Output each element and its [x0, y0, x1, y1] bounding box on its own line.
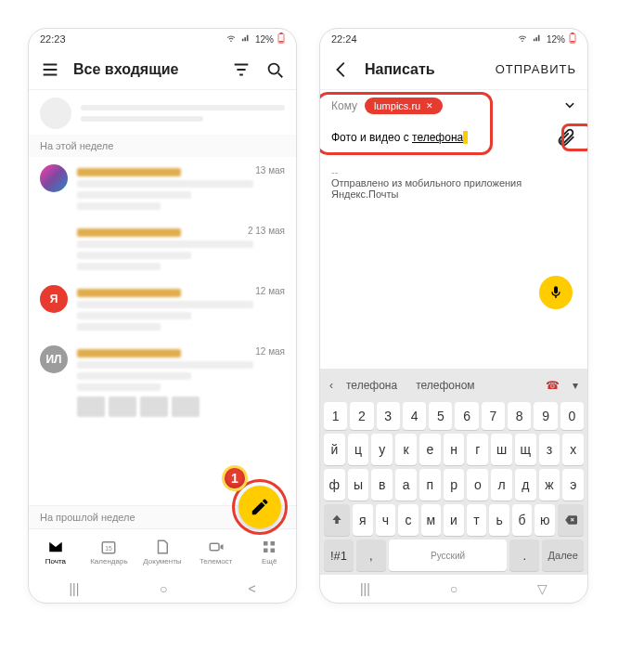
story-row[interactable]: [29, 90, 296, 135]
key-у[interactable]: у: [371, 434, 393, 465]
key-э[interactable]: э: [562, 469, 584, 500]
key-ж[interactable]: ж: [539, 469, 560, 500]
key-ц[interactable]: ц: [348, 434, 369, 465]
attach-button[interactable]: [556, 127, 576, 148]
search-icon[interactable]: [264, 59, 285, 80]
key-б[interactable]: б: [512, 504, 533, 536]
hamburger-icon[interactable]: [40, 59, 60, 80]
shift-key[interactable]: [324, 504, 350, 536]
nav-home-icon[interactable]: ○: [450, 581, 457, 596]
mail-row[interactable]: ИЛ12 мая: [29, 338, 296, 424]
key-х[interactable]: х: [562, 434, 584, 465]
key-и[interactable]: и: [444, 504, 464, 536]
nav-back-icon[interactable]: <: [248, 581, 255, 596]
subject-row[interactable]: Фото и видео с телефона: [331, 122, 576, 157]
mail-avatar: Я: [40, 285, 68, 313]
key-т[interactable]: т: [467, 504, 487, 536]
key-7[interactable]: 7: [482, 402, 505, 430]
expand-recipients-icon[interactable]: [563, 98, 576, 114]
key-й[interactable]: й: [324, 434, 345, 465]
mail-avatar: [40, 164, 68, 192]
key-ф[interactable]: ф: [324, 469, 345, 500]
key-п[interactable]: п: [419, 469, 441, 500]
key-ы[interactable]: ы: [348, 469, 369, 500]
key-д[interactable]: д: [515, 469, 536, 500]
svg-rect-10: [271, 549, 276, 553]
suggestion-word[interactable]: телефона: [341, 379, 403, 392]
key-ь[interactable]: ь: [489, 504, 509, 536]
recipient-chip[interactable]: lumpics.ru✕: [365, 98, 443, 114]
key-ш[interactable]: ш: [491, 434, 512, 465]
next-key[interactable]: Далее: [542, 540, 584, 571]
backspace-key[interactable]: [558, 504, 584, 536]
key-4[interactable]: 4: [403, 402, 426, 430]
nav-back-icon[interactable]: ▽: [537, 581, 547, 596]
voice-typing-icon[interactable]: ☎: [546, 379, 560, 392]
keyboard: ‹ телефона телефоном ☎ ▾ 1234567890 йцук…: [320, 369, 587, 575]
key-с[interactable]: с: [398, 504, 419, 536]
svg-rect-7: [264, 541, 268, 546]
back-arrow-icon[interactable]: [331, 59, 352, 80]
key-2[interactable]: 2: [350, 402, 373, 430]
to-row[interactable]: Кому lumpics.ru✕: [331, 90, 576, 122]
space-key[interactable]: Русский: [389, 540, 508, 571]
key-6[interactable]: 6: [455, 402, 478, 430]
signal-icon: [240, 33, 251, 45]
suggestion-back-icon[interactable]: ‹: [329, 379, 333, 392]
chip-remove-icon[interactable]: ✕: [426, 101, 433, 110]
nav-recents-icon[interactable]: |||: [69, 581, 79, 596]
key-в[interactable]: в: [371, 469, 393, 500]
key-8[interactable]: 8: [508, 402, 531, 430]
mail-row[interactable]: 2 13 мая: [29, 217, 296, 278]
key-з[interactable]: з: [539, 434, 560, 465]
svg-rect-8: [271, 541, 276, 546]
filter-icon[interactable]: [231, 59, 251, 80]
mail-date: 2 13 мая: [248, 226, 285, 236]
compose-button[interactable]: [238, 486, 281, 528]
key-5[interactable]: 5: [429, 402, 452, 430]
compose-body[interactable]: -- Отправлено из мобильного приложения Я…: [320, 157, 587, 369]
suggestion-word[interactable]: телефоном: [410, 379, 480, 392]
nav-home-icon[interactable]: ○: [160, 581, 167, 596]
key-ч[interactable]: ч: [376, 504, 396, 536]
key-н[interactable]: н: [444, 434, 465, 465]
key-р[interactable]: р: [444, 469, 465, 500]
key-щ[interactable]: щ: [515, 434, 536, 465]
key-м[interactable]: м: [421, 504, 442, 536]
tab-telemost[interactable]: Телемост: [189, 529, 243, 575]
key-к[interactable]: к: [395, 434, 417, 465]
comma-key[interactable]: ,: [356, 540, 386, 571]
voice-input-button[interactable]: [539, 276, 573, 309]
tab-calendar[interactable]: 15Календарь: [83, 529, 136, 575]
key-9[interactable]: 9: [534, 402, 557, 430]
nav-recents-icon[interactable]: |||: [360, 581, 370, 596]
mail-avatar: [40, 225, 68, 253]
signal-icon: [532, 33, 543, 45]
dropdown-icon[interactable]: ▾: [573, 379, 578, 392]
mail-row[interactable]: Я12 мая: [29, 278, 296, 338]
key-е[interactable]: е: [419, 434, 441, 465]
tab-mail[interactable]: Почта: [29, 529, 83, 575]
key-ю[interactable]: ю: [535, 504, 555, 536]
more-icon: [261, 539, 277, 555]
battery-icon: [277, 32, 285, 46]
story-placeholder: [81, 105, 285, 122]
key-0[interactable]: 0: [560, 402, 584, 430]
key-1[interactable]: 1: [324, 402, 347, 430]
tab-doc[interactable]: Документы: [135, 529, 189, 575]
symbols-key[interactable]: !#1: [324, 540, 354, 571]
key-3[interactable]: 3: [377, 402, 400, 430]
key-я[interactable]: я: [353, 504, 373, 536]
key-а[interactable]: а: [395, 469, 417, 500]
key-л[interactable]: л: [491, 469, 512, 500]
tab-label: Телемост: [200, 557, 232, 566]
send-button[interactable]: ОТПРАВИТЬ: [496, 62, 576, 76]
tab-more[interactable]: Ещё: [242, 529, 296, 575]
battery-text: 12%: [547, 34, 565, 45]
mail-row[interactable]: 13 мая: [29, 157, 296, 217]
svg-rect-1: [280, 32, 283, 34]
key-о[interactable]: о: [467, 469, 488, 500]
key-г[interactable]: г: [467, 434, 488, 465]
period-key[interactable]: .: [509, 540, 539, 571]
tab-label: Документы: [143, 557, 181, 566]
